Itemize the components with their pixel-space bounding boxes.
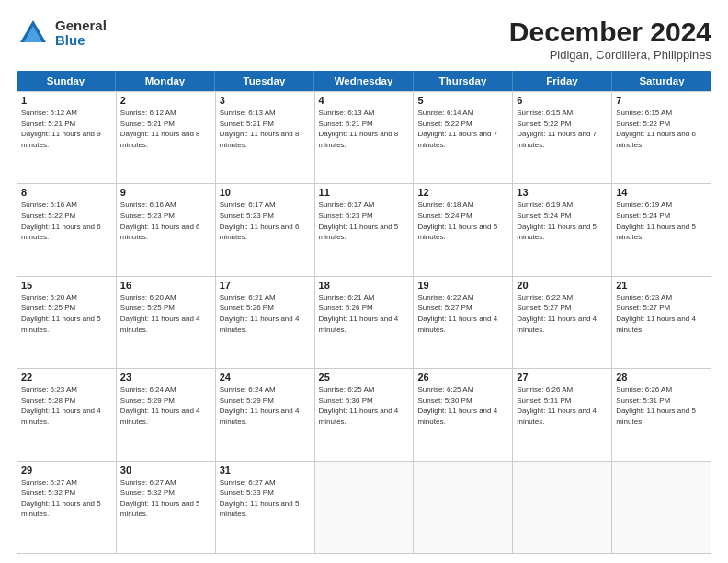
cell-info: Sunrise: 6:22 AM Sunset: 5:27 PM Dayligh… bbox=[517, 293, 608, 335]
calendar-header: Sunday Monday Tuesday Wednesday Thursday… bbox=[17, 71, 711, 91]
cell-info: Sunrise: 6:16 AM Sunset: 5:22 PM Dayligh… bbox=[21, 200, 112, 242]
day-number: 6 bbox=[517, 95, 608, 106]
day-number: 7 bbox=[616, 95, 708, 106]
cell-info: Sunrise: 6:20 AM Sunset: 5:25 PM Dayligh… bbox=[21, 293, 112, 335]
logo-blue: Blue bbox=[55, 33, 107, 49]
cell-info: Sunrise: 6:27 AM Sunset: 5:32 PM Dayligh… bbox=[120, 477, 211, 520]
cell-info: Sunrise: 6:21 AM Sunset: 5:26 PM Dayligh… bbox=[319, 293, 410, 335]
cal-cell-1-3: 3Sunrise: 6:13 AM Sunset: 5:21 PM Daylig… bbox=[216, 92, 315, 183]
cell-info: Sunrise: 6:13 AM Sunset: 5:21 PM Dayligh… bbox=[220, 108, 311, 150]
week-row-4: 22Sunrise: 6:23 AM Sunset: 5:28 PM Dayli… bbox=[17, 368, 711, 460]
cal-cell-2-1: 8Sunrise: 6:16 AM Sunset: 5:22 PM Daylig… bbox=[17, 184, 117, 275]
cell-info: Sunrise: 6:21 AM Sunset: 5:26 PM Dayligh… bbox=[220, 293, 311, 335]
cal-cell-4-2: 23Sunrise: 6:24 AM Sunset: 5:29 PM Dayli… bbox=[117, 369, 216, 460]
day-number: 19 bbox=[417, 280, 508, 291]
cal-cell-3-3: 17Sunrise: 6:21 AM Sunset: 5:26 PM Dayli… bbox=[216, 277, 315, 368]
header-sunday: Sunday bbox=[17, 71, 116, 91]
day-number: 30 bbox=[120, 465, 211, 476]
day-number: 23 bbox=[120, 372, 211, 383]
cal-cell-2-2: 9Sunrise: 6:16 AM Sunset: 5:23 PM Daylig… bbox=[117, 184, 216, 275]
cell-info: Sunrise: 6:27 AM Sunset: 5:33 PM Dayligh… bbox=[220, 477, 311, 520]
day-number: 9 bbox=[120, 187, 211, 198]
cal-cell-3-2: 16Sunrise: 6:20 AM Sunset: 5:25 PM Dayli… bbox=[117, 277, 216, 368]
day-number: 3 bbox=[220, 95, 311, 106]
cal-cell-3-5: 19Sunrise: 6:22 AM Sunset: 5:27 PM Dayli… bbox=[414, 277, 513, 368]
cell-info: Sunrise: 6:14 AM Sunset: 5:22 PM Dayligh… bbox=[417, 108, 508, 150]
header-wednesday: Wednesday bbox=[314, 71, 414, 91]
cell-info: Sunrise: 6:26 AM Sunset: 5:31 PM Dayligh… bbox=[517, 385, 608, 427]
cal-cell-3-4: 18Sunrise: 6:21 AM Sunset: 5:26 PM Dayli… bbox=[315, 277, 415, 368]
day-number: 12 bbox=[417, 187, 508, 198]
title-month: December 2024 bbox=[509, 17, 711, 48]
day-number: 11 bbox=[319, 187, 410, 198]
header-tuesday: Tuesday bbox=[215, 71, 314, 91]
header: General Blue December 2024 Pidigan, Cord… bbox=[17, 17, 711, 62]
day-number: 27 bbox=[517, 372, 608, 383]
cal-cell-5-6 bbox=[513, 462, 612, 553]
cal-cell-1-6: 6Sunrise: 6:15 AM Sunset: 5:22 PM Daylig… bbox=[513, 92, 612, 183]
day-number: 13 bbox=[517, 187, 608, 198]
cell-info: Sunrise: 6:17 AM Sunset: 5:23 PM Dayligh… bbox=[220, 200, 311, 242]
cell-info: Sunrise: 6:23 AM Sunset: 5:28 PM Dayligh… bbox=[21, 385, 112, 427]
logo-text: General Blue bbox=[55, 18, 107, 49]
cal-cell-1-5: 5Sunrise: 6:14 AM Sunset: 5:22 PM Daylig… bbox=[414, 92, 513, 183]
cal-cell-1-4: 4Sunrise: 6:13 AM Sunset: 5:21 PM Daylig… bbox=[315, 92, 415, 183]
cal-cell-3-1: 15Sunrise: 6:20 AM Sunset: 5:25 PM Dayli… bbox=[17, 277, 117, 368]
day-number: 29 bbox=[21, 465, 112, 476]
cell-info: Sunrise: 6:19 AM Sunset: 5:24 PM Dayligh… bbox=[616, 200, 708, 242]
week-row-2: 8Sunrise: 6:16 AM Sunset: 5:22 PM Daylig… bbox=[17, 183, 711, 275]
day-number: 20 bbox=[517, 280, 608, 291]
day-number: 16 bbox=[120, 280, 211, 291]
day-number: 17 bbox=[220, 280, 311, 291]
day-number: 26 bbox=[417, 372, 508, 383]
cell-info: Sunrise: 6:18 AM Sunset: 5:24 PM Dayligh… bbox=[417, 200, 508, 242]
cell-info: Sunrise: 6:25 AM Sunset: 5:30 PM Dayligh… bbox=[417, 385, 508, 427]
day-number: 5 bbox=[417, 95, 508, 106]
header-monday: Monday bbox=[116, 71, 215, 91]
cell-info: Sunrise: 6:16 AM Sunset: 5:23 PM Dayligh… bbox=[120, 200, 211, 242]
cell-info: Sunrise: 6:27 AM Sunset: 5:32 PM Dayligh… bbox=[21, 477, 112, 520]
day-number: 15 bbox=[21, 280, 112, 291]
page: General Blue December 2024 Pidigan, Cord… bbox=[0, 0, 728, 563]
cell-info: Sunrise: 6:26 AM Sunset: 5:31 PM Dayligh… bbox=[616, 385, 708, 427]
cal-cell-5-3: 31Sunrise: 6:27 AM Sunset: 5:33 PM Dayli… bbox=[216, 462, 315, 553]
day-number: 25 bbox=[319, 372, 410, 383]
header-saturday: Saturday bbox=[612, 71, 711, 91]
cal-cell-2-3: 10Sunrise: 6:17 AM Sunset: 5:23 PM Dayli… bbox=[216, 184, 315, 275]
cell-info: Sunrise: 6:13 AM Sunset: 5:21 PM Dayligh… bbox=[319, 108, 410, 150]
header-friday: Friday bbox=[513, 71, 612, 91]
day-number: 31 bbox=[220, 465, 311, 476]
cal-cell-5-1: 29Sunrise: 6:27 AM Sunset: 5:32 PM Dayli… bbox=[17, 462, 117, 553]
cal-cell-2-7: 14Sunrise: 6:19 AM Sunset: 5:24 PM Dayli… bbox=[612, 184, 711, 275]
cell-info: Sunrise: 6:20 AM Sunset: 5:25 PM Dayligh… bbox=[120, 293, 211, 335]
cal-cell-5-7 bbox=[612, 462, 711, 553]
day-number: 21 bbox=[616, 280, 708, 291]
day-number: 1 bbox=[21, 95, 112, 106]
cal-cell-4-4: 25Sunrise: 6:25 AM Sunset: 5:30 PM Dayli… bbox=[315, 369, 415, 460]
day-number: 10 bbox=[220, 187, 311, 198]
cell-info: Sunrise: 6:22 AM Sunset: 5:27 PM Dayligh… bbox=[417, 293, 508, 335]
cell-info: Sunrise: 6:23 AM Sunset: 5:27 PM Dayligh… bbox=[616, 293, 708, 335]
calendar: Sunday Monday Tuesday Wednesday Thursday… bbox=[17, 71, 711, 554]
cal-cell-1-7: 7Sunrise: 6:15 AM Sunset: 5:22 PM Daylig… bbox=[612, 92, 711, 183]
cal-cell-1-2: 2Sunrise: 6:12 AM Sunset: 5:21 PM Daylig… bbox=[117, 92, 216, 183]
cell-info: Sunrise: 6:12 AM Sunset: 5:21 PM Dayligh… bbox=[120, 108, 211, 150]
title-block: December 2024 Pidigan, Cordillera, Phili… bbox=[509, 17, 711, 62]
day-number: 28 bbox=[616, 372, 708, 383]
cal-cell-4-6: 27Sunrise: 6:26 AM Sunset: 5:31 PM Dayli… bbox=[513, 369, 612, 460]
logo: General Blue bbox=[17, 17, 107, 50]
week-row-1: 1Sunrise: 6:12 AM Sunset: 5:21 PM Daylig… bbox=[17, 91, 711, 183]
cal-cell-4-1: 22Sunrise: 6:23 AM Sunset: 5:28 PM Dayli… bbox=[17, 369, 117, 460]
day-number: 14 bbox=[616, 187, 708, 198]
cell-info: Sunrise: 6:25 AM Sunset: 5:30 PM Dayligh… bbox=[319, 385, 410, 427]
cal-cell-4-7: 28Sunrise: 6:26 AM Sunset: 5:31 PM Dayli… bbox=[612, 369, 711, 460]
calendar-body: 1Sunrise: 6:12 AM Sunset: 5:21 PM Daylig… bbox=[17, 91, 711, 554]
cal-cell-5-4 bbox=[315, 462, 415, 553]
cell-info: Sunrise: 6:15 AM Sunset: 5:22 PM Dayligh… bbox=[517, 108, 608, 150]
cell-info: Sunrise: 6:15 AM Sunset: 5:22 PM Dayligh… bbox=[616, 108, 708, 150]
cal-cell-3-7: 21Sunrise: 6:23 AM Sunset: 5:27 PM Dayli… bbox=[612, 277, 711, 368]
day-number: 18 bbox=[319, 280, 410, 291]
cal-cell-2-5: 12Sunrise: 6:18 AM Sunset: 5:24 PM Dayli… bbox=[414, 184, 513, 275]
cal-cell-2-6: 13Sunrise: 6:19 AM Sunset: 5:24 PM Dayli… bbox=[513, 184, 612, 275]
week-row-5: 29Sunrise: 6:27 AM Sunset: 5:32 PM Dayli… bbox=[17, 461, 711, 553]
